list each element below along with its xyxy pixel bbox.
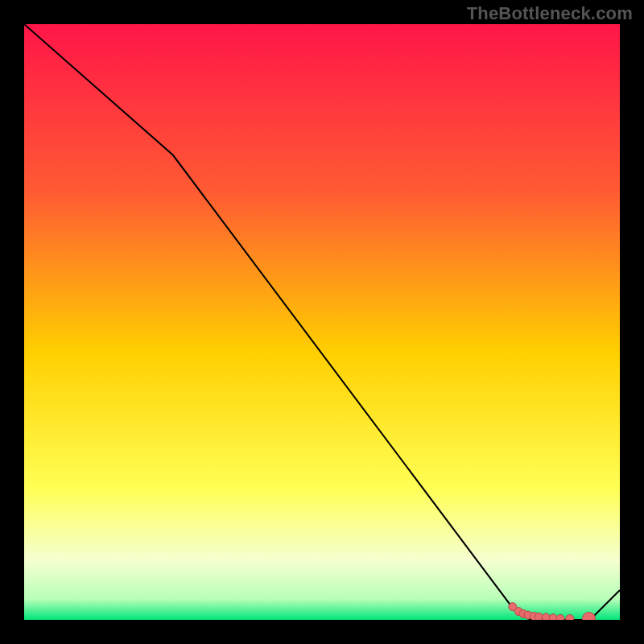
plot-area [24, 24, 620, 620]
watermark-text: TheBottleneck.com [467, 3, 633, 24]
bottleneck-line-chart [24, 24, 620, 620]
chart-frame: TheBottleneck.com [0, 0, 644, 644]
gradient-background [24, 24, 620, 620]
series-marker [556, 615, 564, 621]
series-marker [566, 615, 574, 621]
